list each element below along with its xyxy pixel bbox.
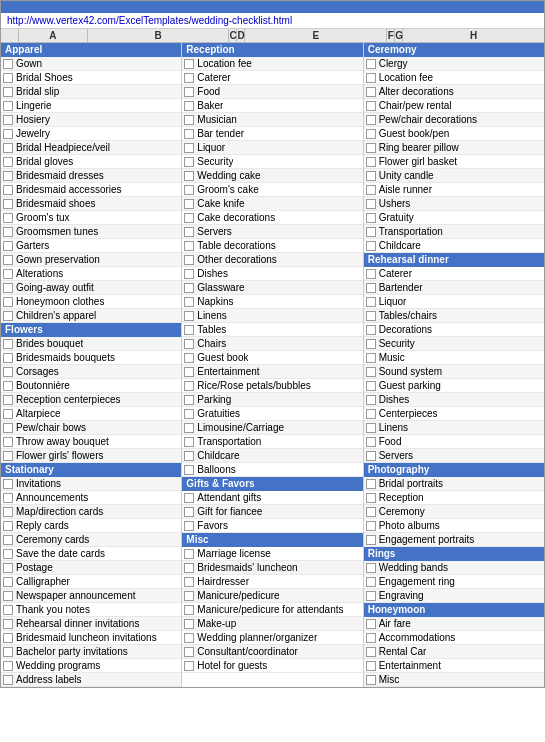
checkbox[interactable] [184,115,194,125]
checkbox[interactable] [366,535,376,545]
checkbox[interactable] [3,87,13,97]
checkbox[interactable] [184,199,194,209]
checkbox[interactable] [366,493,376,503]
checkbox[interactable] [184,563,194,573]
checkbox[interactable] [366,661,376,671]
checkbox[interactable] [184,591,194,601]
checkbox[interactable] [366,157,376,167]
checkbox[interactable] [3,577,13,587]
checkbox[interactable] [3,535,13,545]
checkbox[interactable] [3,129,13,139]
checkbox[interactable] [366,73,376,83]
checkbox[interactable] [3,339,13,349]
checkbox[interactable] [184,227,194,237]
checkbox[interactable] [366,101,376,111]
checkbox[interactable] [184,451,194,461]
checkbox[interactable] [3,241,13,251]
checkbox[interactable] [366,297,376,307]
checkbox[interactable] [366,353,376,363]
checkbox[interactable] [3,661,13,671]
checkbox[interactable] [184,269,194,279]
checkbox[interactable] [3,605,13,615]
checkbox[interactable] [184,549,194,559]
checkbox[interactable] [184,493,194,503]
checkbox[interactable] [3,619,13,629]
checkbox[interactable] [3,227,13,237]
checkbox[interactable] [366,451,376,461]
checkbox[interactable] [3,185,13,195]
checkbox[interactable] [184,241,194,251]
checkbox[interactable] [184,255,194,265]
checkbox[interactable] [184,423,194,433]
checkbox[interactable] [366,563,376,573]
checkbox[interactable] [3,143,13,153]
checkbox[interactable] [3,199,13,209]
checkbox[interactable] [366,521,376,531]
checkbox[interactable] [3,563,13,573]
checkbox[interactable] [366,381,376,391]
checkbox[interactable] [3,213,13,223]
checkbox[interactable] [3,297,13,307]
checkbox[interactable] [3,521,13,531]
checkbox[interactable] [366,241,376,251]
checkbox[interactable] [366,59,376,69]
checkbox[interactable] [3,423,13,433]
checkbox[interactable] [184,465,194,475]
checkbox[interactable] [184,619,194,629]
checkbox[interactable] [3,101,13,111]
url-link[interactable]: http://www.vertex42.com/ExcelTemplates/w… [7,15,292,26]
checkbox[interactable] [184,409,194,419]
checkbox[interactable] [184,381,194,391]
checkbox[interactable] [184,353,194,363]
checkbox[interactable] [3,73,13,83]
checkbox[interactable] [184,297,194,307]
checkbox[interactable] [3,59,13,69]
checkbox[interactable] [3,507,13,517]
checkbox[interactable] [184,325,194,335]
checkbox[interactable] [3,633,13,643]
checkbox[interactable] [366,423,376,433]
checkbox[interactable] [184,73,194,83]
checkbox[interactable] [3,493,13,503]
checkbox[interactable] [366,227,376,237]
checkbox[interactable] [366,675,376,685]
checkbox[interactable] [184,185,194,195]
checkbox[interactable] [3,115,13,125]
checkbox[interactable] [3,437,13,447]
checkbox[interactable] [184,437,194,447]
checkbox[interactable] [366,171,376,181]
checkbox[interactable] [366,591,376,601]
checkbox[interactable] [184,283,194,293]
checkbox[interactable] [366,577,376,587]
checkbox[interactable] [184,577,194,587]
checkbox[interactable] [3,451,13,461]
checkbox[interactable] [3,353,13,363]
checkbox[interactable] [366,479,376,489]
checkbox[interactable] [184,157,194,167]
checkbox[interactable] [366,213,376,223]
checkbox[interactable] [184,101,194,111]
checkbox[interactable] [184,521,194,531]
checkbox[interactable] [184,87,194,97]
checkbox[interactable] [366,507,376,517]
checkbox[interactable] [366,143,376,153]
checkbox[interactable] [3,311,13,321]
checkbox[interactable] [184,647,194,657]
checkbox[interactable] [184,213,194,223]
checkbox[interactable] [184,339,194,349]
checkbox[interactable] [184,129,194,139]
checkbox[interactable] [3,255,13,265]
checkbox[interactable] [184,311,194,321]
checkbox[interactable] [366,367,376,377]
checkbox[interactable] [184,59,194,69]
checkbox[interactable] [3,367,13,377]
checkbox[interactable] [366,395,376,405]
checkbox[interactable] [366,185,376,195]
checkbox[interactable] [366,199,376,209]
checkbox[interactable] [184,143,194,153]
checkbox[interactable] [366,339,376,349]
checkbox[interactable] [3,479,13,489]
checkbox[interactable] [366,325,376,335]
checkbox[interactable] [184,633,194,643]
checkbox[interactable] [366,647,376,657]
